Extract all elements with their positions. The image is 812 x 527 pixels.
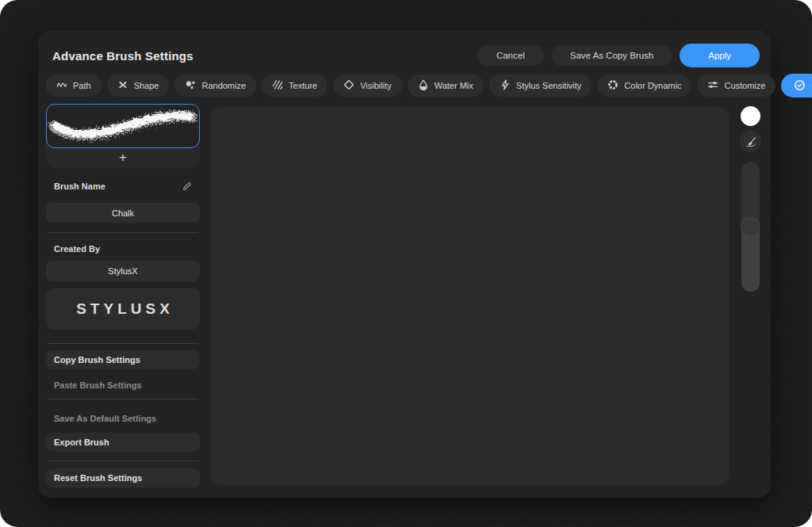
page-title: Advance Brush Settings [52, 49, 193, 63]
header-actions: Cancel Save As Copy Brush Apply [477, 44, 760, 67]
brush-name-label: Brush Name [54, 181, 105, 191]
add-brush-preview-button[interactable]: + [46, 148, 200, 166]
advance-brush-settings-dialog: Advance Brush Settings Cancel Save As Co… [38, 30, 771, 498]
brush-name-row: Brush Name [46, 177, 200, 196]
created-by-row: Created By [46, 239, 200, 258]
sliders-icon [707, 79, 718, 92]
paintbrush-icon [745, 136, 757, 148]
tab-stylus-sensitivity[interactable]: Stylus Sensitivity [489, 74, 592, 97]
tab-customize[interactable]: Customize [697, 74, 776, 97]
tab-texture[interactable]: Texture [262, 74, 327, 97]
tab-path[interactable]: Path [46, 74, 102, 97]
tab-water-mix[interactable]: Water Mix [408, 74, 484, 97]
tab-randomize[interactable]: Randomize [174, 74, 256, 97]
water-drop-icon [418, 79, 429, 92]
tab-color-dynamic[interactable]: Color Dynamic [597, 74, 691, 97]
brand-logo: STYLUSX [46, 288, 200, 330]
cancel-button[interactable]: Cancel [477, 45, 544, 66]
tab-creation[interactable]: Creation [781, 74, 812, 97]
app-background: Advance Brush Settings Cancel Save As Co… [0, 0, 812, 527]
apply-button[interactable]: Apply [680, 44, 760, 67]
save-as-copy-brush-button[interactable]: Save As Copy Brush [551, 45, 672, 66]
badge-check-icon [794, 79, 806, 93]
export-brush-button[interactable]: Export Brush [46, 433, 200, 452]
slider-knob[interactable] [741, 217, 760, 236]
tab-shape[interactable]: Shape [107, 74, 170, 97]
brush-tool-button[interactable] [740, 131, 761, 152]
dialog-header: Advance Brush Settings Cancel Save As Co… [52, 38, 760, 73]
visibility-diamond-icon [343, 79, 354, 92]
settings-tab-bar: Path Shape Randomize Texture Visibility … [46, 74, 763, 97]
edit-pencil-icon[interactable] [182, 181, 192, 193]
chalk-stroke-image [47, 105, 198, 147]
color-swatch[interactable] [741, 106, 760, 126]
brush-test-canvas[interactable] [210, 107, 730, 485]
color-wheel-icon [607, 79, 619, 92]
brush-name-field[interactable]: Chalk [46, 203, 200, 223]
texture-hatch-icon [272, 79, 283, 92]
created-by-field[interactable]: StylusX [46, 261, 200, 281]
divider [48, 343, 198, 344]
lightning-icon [500, 79, 511, 92]
paste-brush-settings-button[interactable]: Paste Brush Settings [46, 376, 200, 395]
slider-fill [741, 227, 760, 292]
divider [48, 232, 198, 233]
shape-petal-icon [117, 79, 128, 92]
path-wave-icon [56, 79, 67, 92]
randomize-dots-icon [185, 79, 196, 92]
brush-preview-card: + [46, 104, 200, 168]
brush-size-slider[interactable] [741, 162, 760, 292]
brush-info-panel: + Brush Name Chalk Created By StylusX ST… [46, 104, 200, 487]
created-by-label: Created By [54, 244, 100, 254]
brush-stroke-preview[interactable] [46, 104, 200, 148]
copy-brush-settings-button[interactable]: Copy Brush Settings [46, 350, 200, 369]
divider [48, 460, 198, 461]
save-as-default-settings-button[interactable]: Save As Default Settings [46, 409, 200, 428]
tab-visibility[interactable]: Visibility [333, 74, 402, 97]
reset-brush-settings-button[interactable]: Reset Brush Settings [46, 468, 200, 487]
divider [48, 399, 198, 399]
